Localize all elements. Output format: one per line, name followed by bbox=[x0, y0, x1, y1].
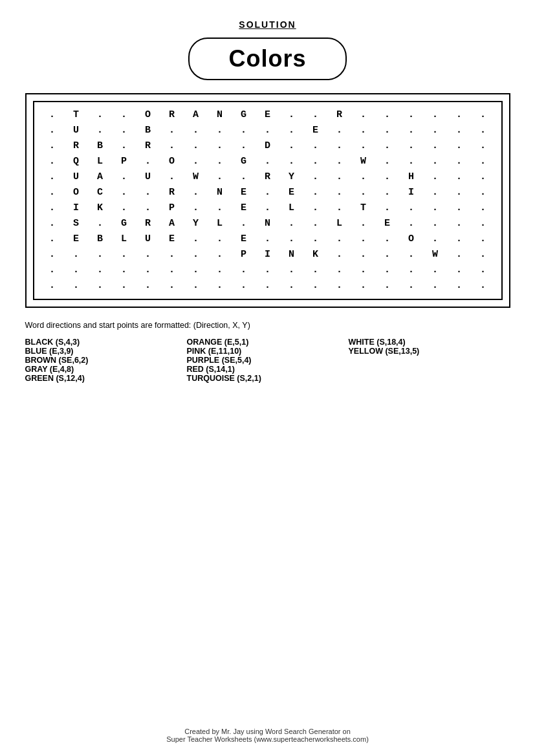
grid-cell: . bbox=[40, 263, 64, 278]
grid-cell: . bbox=[375, 123, 399, 138]
grid-cell: . bbox=[423, 200, 447, 216]
grid-cell: . bbox=[447, 232, 471, 247]
grid-cell: . bbox=[136, 154, 160, 169]
grid-row: .RB.R....D......... bbox=[37, 138, 499, 154]
grid-cell: . bbox=[112, 138, 136, 154]
grid-cell: L bbox=[112, 232, 136, 247]
grid-cell: . bbox=[399, 138, 423, 154]
grid-cell: . bbox=[303, 263, 327, 278]
grid-cell: . bbox=[303, 154, 327, 169]
grid-cell: . bbox=[279, 138, 303, 154]
grid-cell: . bbox=[208, 232, 232, 247]
grid-cell: R bbox=[256, 169, 279, 185]
grid-cell: . bbox=[303, 107, 327, 123]
grid-cell: E bbox=[232, 232, 256, 247]
grid-cell: W bbox=[423, 247, 447, 263]
grid-cell: . bbox=[423, 154, 447, 169]
word-item: WHITE (S,18,4) bbox=[349, 338, 510, 347]
grid-cell: . bbox=[351, 123, 375, 138]
grid-cell: . bbox=[136, 200, 160, 216]
grid-cell: . bbox=[375, 232, 399, 247]
grid-cell: . bbox=[184, 154, 208, 169]
grid-cell: . bbox=[112, 185, 136, 200]
grid-cell: U bbox=[136, 232, 160, 247]
grid-cell: . bbox=[423, 138, 447, 154]
grid-cell: K bbox=[88, 200, 112, 216]
grid-cell: Q bbox=[64, 154, 88, 169]
grid-cell: . bbox=[447, 278, 471, 294]
grid-cell: . bbox=[375, 278, 399, 294]
grid-cell: . bbox=[327, 123, 351, 138]
grid-cell: . bbox=[423, 232, 447, 247]
grid-cell: . bbox=[40, 200, 64, 216]
grid-cell: . bbox=[447, 200, 471, 216]
grid-cell: . bbox=[40, 232, 64, 247]
grid-cell: . bbox=[471, 185, 495, 200]
grid-cell: . bbox=[471, 123, 495, 138]
grid-cell: . bbox=[471, 232, 495, 247]
grid-cell: E bbox=[256, 107, 279, 123]
grid-cell: . bbox=[279, 232, 303, 247]
grid-cell: . bbox=[40, 123, 64, 138]
page: SOLUTION Colors .T..ORANGE..R.......U..B… bbox=[0, 0, 535, 756]
grid-cell: . bbox=[279, 216, 303, 232]
grid-cell: . bbox=[279, 154, 303, 169]
grid-cell: . bbox=[279, 278, 303, 294]
grid-cell: I bbox=[256, 247, 279, 263]
grid-cell: . bbox=[208, 169, 232, 185]
grid-cell: . bbox=[232, 278, 256, 294]
grid-cell: . bbox=[279, 123, 303, 138]
grid-cell: . bbox=[232, 216, 256, 232]
grid-cell: . bbox=[160, 278, 184, 294]
grid-cell: W bbox=[184, 169, 208, 185]
grid-cell: . bbox=[471, 138, 495, 154]
grid-cell: E bbox=[303, 123, 327, 138]
grid-cell: . bbox=[160, 247, 184, 263]
grid-cell: . bbox=[447, 107, 471, 123]
word-item: GREEN (S,12,4) bbox=[25, 374, 187, 383]
grid-cell: . bbox=[40, 169, 64, 185]
grid-cell: S bbox=[64, 216, 88, 232]
grid-cell: . bbox=[399, 216, 423, 232]
grid-cell: E bbox=[232, 185, 256, 200]
grid-row: .U..B......E....... bbox=[37, 123, 499, 138]
grid-cell: . bbox=[64, 247, 88, 263]
grid-cell: . bbox=[184, 232, 208, 247]
grid-cell: . bbox=[303, 200, 327, 216]
grid-cell: H bbox=[399, 169, 423, 185]
grid-cell: . bbox=[88, 107, 112, 123]
footer-line1: Created by Mr. Jay using Word Search Gen… bbox=[166, 728, 369, 735]
grid-cell: . bbox=[399, 278, 423, 294]
grid-cell: . bbox=[351, 138, 375, 154]
grid-cell: . bbox=[160, 263, 184, 278]
grid-row: .UA.U.W..RY....H... bbox=[37, 169, 499, 185]
grid-cell: . bbox=[471, 200, 495, 216]
grid-cell: R bbox=[64, 138, 88, 154]
grid-cell: . bbox=[327, 247, 351, 263]
word-item: PURPLE (SE,5,4) bbox=[187, 356, 349, 365]
grid-cell: T bbox=[64, 107, 88, 123]
word-column-1: BLACK (S,4,3)BLUE (E,3,9)BROWN (SE,6,2)G… bbox=[25, 338, 187, 383]
grid-cell: . bbox=[399, 200, 423, 216]
grid-cell: . bbox=[327, 154, 351, 169]
grid-cell: . bbox=[112, 278, 136, 294]
grid-cell: C bbox=[88, 185, 112, 200]
directions-text: Word directions and start points are for… bbox=[25, 321, 510, 330]
grid-cell: . bbox=[351, 232, 375, 247]
word-list: BLACK (S,4,3)BLUE (E,3,9)BROWN (SE,6,2)G… bbox=[25, 338, 510, 383]
grid-cell: . bbox=[471, 154, 495, 169]
grid-cell: . bbox=[208, 247, 232, 263]
grid-cell: . bbox=[184, 278, 208, 294]
grid-cell: . bbox=[375, 169, 399, 185]
grid-row: .QLP.O..G....W..... bbox=[37, 154, 499, 169]
grid-cell: . bbox=[327, 278, 351, 294]
grid-cell: U bbox=[136, 169, 160, 185]
grid-cell: . bbox=[184, 123, 208, 138]
grid-cell: . bbox=[327, 138, 351, 154]
grid-cell: . bbox=[112, 200, 136, 216]
grid-cell: . bbox=[327, 232, 351, 247]
grid-cell: . bbox=[112, 263, 136, 278]
grid-cell: E bbox=[375, 216, 399, 232]
grid-cell: . bbox=[375, 154, 399, 169]
grid-cell: . bbox=[40, 138, 64, 154]
